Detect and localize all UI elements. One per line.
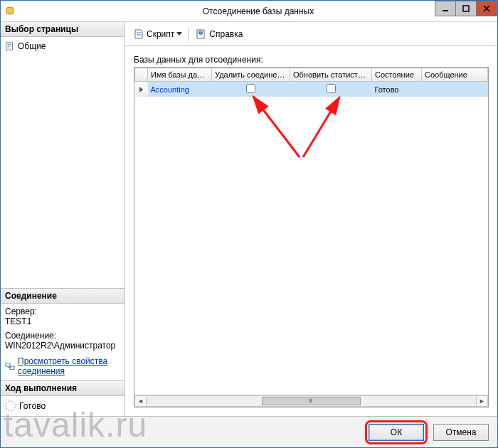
script-button[interactable]: Скрипт (131, 27, 184, 41)
ok-button[interactable]: ОК (369, 424, 424, 441)
minimize-button[interactable] (435, 1, 456, 16)
ok-emphasis-annotation: ОК (365, 420, 428, 444)
databases-grid[interactable]: Имя базы данн... Удалить соединения Обно… (134, 67, 489, 407)
col-message[interactable]: Сообщение (422, 68, 488, 82)
login-value: WIN2012R2\Администратор (5, 341, 120, 351)
app-icon (4, 6, 16, 17)
login-label: Соединение: (5, 331, 120, 341)
scroll-left-icon[interactable]: ◄ (134, 395, 147, 407)
col-update-stats[interactable]: Обновить статистику (290, 68, 372, 82)
help-label: Справка (209, 29, 243, 39)
server-label: Сервер: (5, 306, 120, 316)
progress-header: Ход выполнения (1, 380, 124, 396)
connection-icon (5, 361, 15, 371)
titlebar: Отсоединение базы данных (1, 1, 497, 22)
connection-header: Соединение (1, 288, 124, 304)
col-drop-conn[interactable]: Удалить соединения (212, 68, 290, 82)
update-stats-checkbox[interactable] (327, 84, 336, 93)
grid-title: Базы данных для отсоединения: (134, 55, 489, 65)
cancel-button[interactable]: Отмена (433, 424, 489, 441)
progress-state: Готово (19, 401, 46, 411)
cell-update-stats (290, 82, 372, 97)
col-db-name[interactable]: Имя базы данн... (148, 68, 212, 82)
view-conn-label: Просмотреть свойства соединения (18, 356, 120, 376)
svg-text:?: ? (200, 31, 202, 35)
sidebar: Выбор страницы Общие Соединение Сервер: … (1, 22, 125, 416)
maximize-button[interactable] (455, 1, 477, 16)
close-button[interactable] (476, 1, 497, 16)
help-button[interactable]: ? Справка (194, 27, 245, 41)
svg-rect-4 (6, 363, 10, 366)
progress-ring-icon (5, 400, 16, 412)
window-title: Отсоединение базы данных (19, 6, 497, 16)
drop-conn-checkbox[interactable] (246, 84, 255, 93)
row-handle[interactable] (135, 82, 148, 97)
script-icon (133, 28, 144, 40)
view-connection-props-link[interactable]: Просмотреть свойства соединения (5, 355, 120, 378)
scroll-right-icon[interactable]: ► (476, 395, 488, 407)
toolbar: Скрипт ? Справка (125, 22, 497, 46)
script-label: Скрипт (147, 29, 174, 39)
table-row[interactable]: Accounting Готово (135, 82, 488, 97)
svg-rect-1 (443, 10, 448, 11)
col-state[interactable]: Состояние (372, 68, 422, 82)
connection-info: Сервер: TEST1 Соединение: WIN2012R2\Адми… (1, 304, 124, 380)
sidebar-item-label: Общие (18, 41, 46, 51)
server-value: TEST1 (5, 316, 120, 326)
svg-rect-2 (463, 6, 469, 11)
cell-state: Готово (372, 82, 422, 97)
page-select-header: Выбор страницы (1, 22, 124, 37)
page-icon (5, 41, 15, 51)
sidebar-item-general[interactable]: Общие (5, 40, 120, 53)
progress-row: Готово (5, 399, 120, 413)
help-icon: ? (196, 28, 207, 40)
col-row-handle (135, 68, 148, 82)
dialog-footer: ОК Отмена (1, 416, 497, 447)
cell-message (422, 82, 488, 97)
main-panel: Скрипт ? Справка Базы данных для отсоеди… (125, 22, 497, 416)
horizontal-scrollbar[interactable]: ◄ Ⅲ ► (134, 395, 488, 407)
scroll-thumb[interactable]: Ⅲ (262, 397, 361, 405)
cell-drop-conn (212, 82, 290, 97)
chevron-down-icon (176, 32, 182, 36)
cell-db-name: Accounting (148, 82, 212, 97)
